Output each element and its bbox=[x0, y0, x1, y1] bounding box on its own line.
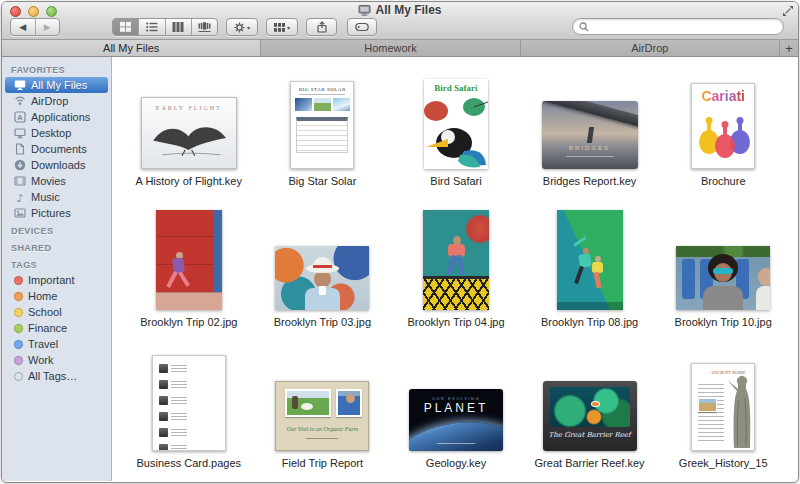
sidebar-tag-school[interactable]: School bbox=[5, 304, 108, 320]
file-name: Geology.key bbox=[426, 457, 486, 469]
main-area: FAVORITES All My Files AirDrop A Applica… bbox=[2, 57, 798, 481]
forward-button[interactable]: ▶ bbox=[36, 19, 60, 35]
sidebar-item-music[interactable]: ♪ Music bbox=[5, 189, 108, 205]
thumbnail bbox=[152, 341, 226, 451]
file-item[interactable]: Cariati Brochure bbox=[656, 59, 790, 200]
download-icon bbox=[14, 159, 26, 171]
photo-thumbnail bbox=[557, 210, 623, 310]
file-item[interactable]: Brooklyn Trip 02.jpg bbox=[122, 200, 256, 341]
file-name: Brochure bbox=[701, 175, 746, 187]
tab-airdrop[interactable]: AirDrop bbox=[521, 40, 780, 56]
icon-view-button[interactable] bbox=[113, 19, 139, 35]
nav-buttons: ◀ ▶ bbox=[10, 18, 60, 36]
brochure-thumbnail: Cariati bbox=[691, 83, 755, 169]
document-thumbnail: BIG STAR SOLAR bbox=[290, 81, 354, 169]
thumbnail: The Great Barrier Reef bbox=[543, 341, 637, 451]
thumbnail bbox=[156, 200, 222, 310]
file-item[interactable]: Brooklyn Trip 04.jpg bbox=[389, 200, 523, 341]
keynote-thumbnail: The Great Barrier Reef bbox=[543, 381, 637, 451]
tab-homework[interactable]: Homework bbox=[261, 40, 520, 56]
sidebar-section-devices: DEVICES bbox=[2, 221, 111, 238]
thumbnail bbox=[676, 200, 770, 310]
sidebar-tag-home[interactable]: Home bbox=[5, 288, 108, 304]
photo-thumbnail bbox=[156, 210, 222, 310]
thumbnail bbox=[557, 200, 623, 310]
document-icon bbox=[14, 143, 26, 155]
fullscreen-icon[interactable] bbox=[782, 5, 794, 17]
file-name: Brooklyn Trip 02.jpg bbox=[140, 316, 237, 328]
music-note-icon: ♪ bbox=[14, 191, 26, 203]
file-item[interactable]: Bird Safari Bird Safari bbox=[389, 59, 523, 200]
sidebar-item-all-my-files[interactable]: All My Files bbox=[5, 77, 108, 93]
keynote-thumbnail: EARLY FLIGHT bbox=[141, 97, 237, 169]
sidebar-item-pictures[interactable]: Pictures bbox=[5, 205, 108, 221]
sidebar-section-shared: SHARED bbox=[2, 238, 111, 255]
sidebar-item-airdrop[interactable]: AirDrop bbox=[5, 93, 108, 109]
list-view-button[interactable] bbox=[139, 19, 165, 35]
file-item[interactable]: Brooklyn Trip 08.jpg bbox=[523, 200, 657, 341]
titlebar: All My Files ◀ ▶ ▾ ▾ bbox=[2, 2, 798, 39]
tag-dot-purple bbox=[14, 356, 23, 365]
sidebar-item-applications[interactable]: A Applications bbox=[5, 109, 108, 125]
photo-icon bbox=[14, 207, 26, 219]
report-thumbnail: Our Visit to an Organic Farm bbox=[275, 381, 369, 451]
action-menu-button[interactable]: ▾ bbox=[226, 18, 258, 36]
arrange-menu-button[interactable]: ▾ bbox=[266, 18, 298, 36]
tags-button[interactable] bbox=[347, 18, 377, 36]
file-name: Brooklyn Trip 04.jpg bbox=[407, 316, 504, 328]
coverflow-view-button[interactable] bbox=[192, 19, 217, 35]
new-tab-button[interactable]: + bbox=[780, 40, 798, 56]
file-item[interactable]: Brooklyn Trip 03.jpg bbox=[256, 200, 390, 341]
search-field bbox=[572, 18, 784, 35]
sidebar-item-downloads[interactable]: Downloads bbox=[5, 157, 108, 173]
tab-all-my-files[interactable]: All My Files bbox=[2, 40, 261, 56]
file-name: Field Trip Report bbox=[282, 457, 363, 469]
tag-dot-orange bbox=[14, 292, 23, 301]
coverflow-view-icon bbox=[198, 22, 211, 32]
tag-dot-green bbox=[14, 324, 23, 333]
file-name: Bird Safari bbox=[430, 175, 481, 187]
tag-dot-all bbox=[14, 372, 23, 381]
file-item[interactable]: Business Card.pages bbox=[122, 341, 256, 482]
file-item[interactable]: ANCIENT ROME Greek_History_15 bbox=[656, 341, 790, 482]
thumbnail: Cariati bbox=[691, 59, 755, 169]
statue-art bbox=[722, 370, 752, 450]
file-name: Business Card.pages bbox=[137, 457, 242, 469]
file-name: A History of Flight.key bbox=[136, 175, 242, 187]
search-input[interactable] bbox=[593, 21, 777, 33]
column-view-button[interactable] bbox=[166, 19, 192, 35]
sidebar-tag-all-tags[interactable]: All Tags… bbox=[5, 368, 108, 384]
file-item[interactable]: EARLY FLIGHT A History of Flight.key bbox=[122, 59, 256, 200]
sidebar-tag-important[interactable]: Important bbox=[5, 272, 108, 288]
sidebar-item-movies[interactable]: Movies bbox=[5, 173, 108, 189]
file-item[interactable]: BRIDGES Bridges Report.key bbox=[523, 59, 657, 200]
svg-text:A: A bbox=[17, 113, 23, 122]
file-name: Bridges Report.key bbox=[543, 175, 637, 187]
thumbnail: BRIDGES bbox=[542, 59, 638, 169]
computer-icon bbox=[358, 5, 371, 16]
photo-thumbnail bbox=[275, 246, 369, 310]
sidebar-tag-work[interactable]: Work bbox=[5, 352, 108, 368]
sidebar-item-desktop[interactable]: Desktop bbox=[5, 125, 108, 141]
document-thumbnail: ANCIENT ROME bbox=[691, 363, 755, 451]
airdrop-icon bbox=[14, 95, 26, 107]
file-item[interactable]: Our Visit to an Organic Farm Field Trip … bbox=[256, 341, 390, 482]
desktop-icon bbox=[14, 127, 26, 139]
file-item[interactable]: BIG STAR SOLAR Big Star Solar bbox=[256, 59, 390, 200]
thumbnail: EARLY FLIGHT bbox=[141, 59, 237, 169]
chevron-down-icon: ▾ bbox=[287, 24, 290, 31]
tag-dot-red bbox=[14, 276, 23, 285]
thumbnail: ANCIENT ROME bbox=[691, 341, 755, 451]
back-button[interactable]: ◀ bbox=[11, 19, 36, 35]
bird-engraving bbox=[150, 114, 230, 162]
computer-icon bbox=[14, 79, 26, 91]
file-item[interactable]: Brooklyn Trip 10.jpg bbox=[656, 200, 790, 341]
sidebar-tag-travel[interactable]: Travel bbox=[5, 336, 108, 352]
share-button[interactable] bbox=[306, 18, 337, 36]
tag-icon bbox=[355, 22, 369, 32]
tab-bar: All My Files Homework AirDrop + bbox=[2, 39, 798, 57]
file-item[interactable]: OUR EVOLVING PLANET Geology.key bbox=[389, 341, 523, 482]
sidebar-item-documents[interactable]: Documents bbox=[5, 141, 108, 157]
sidebar-tag-finance[interactable]: Finance bbox=[5, 320, 108, 336]
file-item[interactable]: The Great Barrier Reef Great Barrier Ree… bbox=[523, 341, 657, 482]
